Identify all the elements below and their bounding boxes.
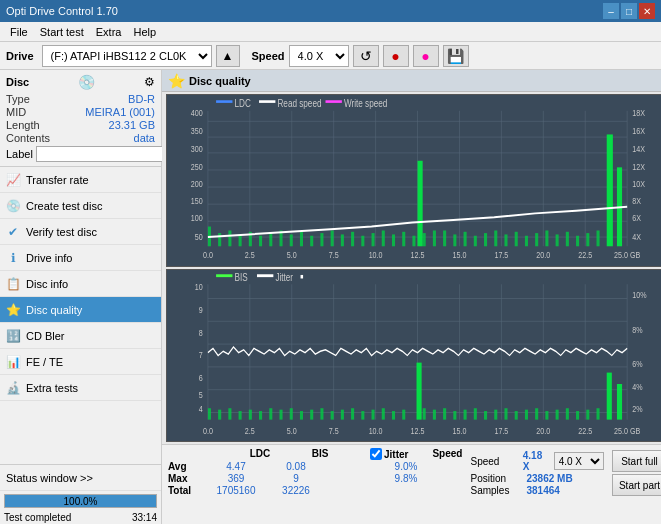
nav-verify-test-disc[interactable]: ✔ Verify test disc [0,219,161,245]
nav-fe-te[interactable]: 📊 FE / TE [0,349,161,375]
svg-text:200: 200 [191,179,203,189]
stats-total-row: Total 1705160 32226 [168,485,462,496]
disc-quality-header: ⭐ Disc quality [162,70,661,92]
nav-cd-bler-label: CD Bler [26,330,65,342]
svg-rect-177 [216,274,232,277]
svg-rect-150 [586,410,589,420]
nav-disc-quality[interactable]: ⭐ Disc quality [0,297,161,323]
svg-text:12.5: 12.5 [411,250,425,260]
bis-header: BIS [290,448,350,460]
svg-rect-30 [310,236,313,247]
disc-mid-label: MID [6,106,26,118]
disc-length-value: 23.31 GB [109,119,155,131]
svg-rect-121 [290,408,293,419]
speed-dropdown[interactable]: 4.0 X [554,452,604,470]
pink-disc-button[interactable]: ● [413,45,439,67]
app-title: Opti Drive Control 1.70 [6,5,603,17]
svg-rect-53 [515,232,518,246]
svg-rect-61 [596,230,599,246]
maximize-button[interactable]: □ [621,3,637,19]
svg-text:400: 400 [191,108,203,118]
menu-extra[interactable]: Extra [90,25,128,39]
svg-rect-33 [341,234,344,246]
verify-test-disc-icon: ✔ [6,225,20,239]
disc-settings-icon[interactable]: ⚙ [144,75,155,89]
svg-text:6X: 6X [632,213,641,223]
max-ldc: 369 [206,473,266,484]
jitter-checkbox-label[interactable]: Jitter [370,448,408,460]
eject-button[interactable]: ▲ [216,45,240,67]
svg-rect-23 [239,234,242,246]
minimize-button[interactable]: – [603,3,619,19]
svg-text:250: 250 [191,162,203,172]
samples-value: 381464 [526,485,559,496]
menu-start-test[interactable]: Start test [34,25,90,39]
nav-verify-test-disc-label: Verify test disc [26,226,97,238]
svg-text:10: 10 [195,281,203,292]
action-buttons: Start full Start part [612,450,661,496]
svg-rect-134 [423,408,426,419]
svg-rect-54 [525,236,528,247]
svg-rect-34 [351,232,354,246]
svg-rect-55 [535,233,538,246]
svg-text:15.0: 15.0 [453,425,467,436]
jitter-checkbox[interactable] [370,448,382,460]
close-button[interactable]: ✕ [639,3,655,19]
svg-rect-37 [382,230,385,246]
svg-text:LDC: LDC [234,97,251,109]
svg-rect-145 [535,408,538,419]
red-disc-button[interactable]: ● [383,45,409,67]
total-label: Total [168,485,206,496]
charts-area: 400 350 300 250 200 150 100 50 18X 16X 1… [162,92,661,444]
nav-create-test-disc[interactable]: 💿 Create test disc [0,193,161,219]
speed-label: Speed [252,50,285,62]
save-button[interactable]: 💾 [443,45,469,67]
speed-pos-area: Speed 4.18 X 4.0 X Position 23862 MB Sam… [470,450,603,497]
drive-select[interactable]: (F:) ATAPI iHBS112 2 CL0K [42,45,212,67]
nav-disc-info[interactable]: 📋 Disc info [0,271,161,297]
stats-max-row: Max 369 9 9.8% [168,473,462,484]
nav-drive-info[interactable]: ℹ Drive info [0,245,161,271]
svg-text:4%: 4% [632,381,643,392]
svg-text:BIS: BIS [234,271,247,284]
svg-rect-125 [331,411,334,420]
svg-rect-113 [208,408,211,419]
disc-section: Disc 💿 ⚙ Type BD-R MID MEIRA1 (001) Leng… [0,70,161,167]
svg-rect-38 [392,234,395,246]
svg-rect-129 [372,410,375,420]
svg-rect-143 [515,411,518,420]
svg-rect-146 [545,411,548,420]
ldc-chart: 400 350 300 250 200 150 100 50 18X 16X 1… [166,94,661,267]
time-text: 33:14 [132,512,157,523]
svg-text:7: 7 [199,349,203,360]
svg-text:Jitter: Jitter [275,271,293,284]
status-window-button[interactable]: Status window >> [0,465,161,491]
svg-rect-133 [417,363,422,420]
start-full-button[interactable]: Start full [612,450,661,472]
svg-rect-135 [433,410,436,420]
position-value: 23862 MB [526,473,572,484]
ldc-header: LDC [230,448,290,460]
svg-text:2.5: 2.5 [245,250,255,260]
menu-help[interactable]: Help [127,25,162,39]
svg-rect-49 [474,236,477,247]
speed-label-stat: Speed [470,456,518,467]
svg-rect-122 [300,411,303,420]
svg-text:8X: 8X [632,196,641,206]
menu-file[interactable]: File [4,25,34,39]
svg-rect-124 [320,408,323,419]
disc-label-input[interactable] [36,146,169,162]
svg-rect-42 [433,230,436,246]
svg-rect-119 [269,408,272,419]
svg-rect-56 [545,230,548,246]
speed-select[interactable]: 4.0 X [289,45,349,67]
status-text-row: Test completed 33:14 [0,511,161,524]
nav-transfer-rate[interactable]: 📈 Transfer rate [0,167,161,193]
nav-extra-tests[interactable]: 🔬 Extra tests [0,375,161,401]
nav-cd-bler[interactable]: 🔢 CD Bler [0,323,161,349]
svg-rect-132 [402,410,405,420]
start-part-button[interactable]: Start part [612,474,661,496]
refresh-button[interactable]: ↺ [353,45,379,67]
transfer-rate-icon: 📈 [6,173,20,187]
svg-text:5.0: 5.0 [287,425,297,436]
